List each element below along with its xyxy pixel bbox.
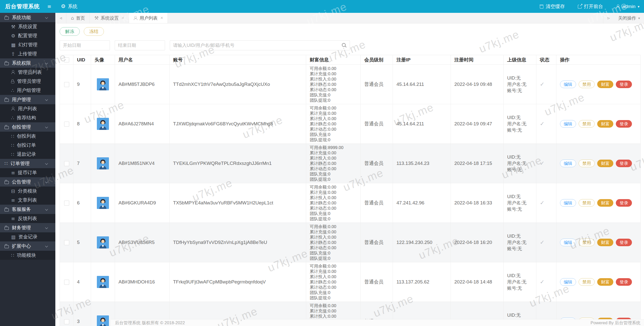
row-checkbox[interactable] <box>64 82 69 87</box>
disable-button[interactable]: 禁用 <box>579 160 595 167</box>
sidebar-item-label: 系统设置 <box>18 23 37 30</box>
end-date-input[interactable] <box>115 40 165 50</box>
search-input[interactable] <box>170 40 350 50</box>
status-check-icon: ✓ <box>540 160 544 166</box>
login-button[interactable]: 登录 <box>616 239 632 246</box>
sidebar-item[interactable]: 用户列表 <box>0 104 55 113</box>
avatar <box>97 157 109 169</box>
sidebar-section[interactable]: 客服服务 <box>0 205 55 214</box>
gears-icon: ⚙ <box>11 33 15 38</box>
status-cell: ✓ <box>536 144 556 183</box>
tab-用户列表[interactable]: 用户列表× <box>129 13 168 23</box>
column-header: 财富信息 <box>306 55 361 65</box>
sidebar-item[interactable]: ∷功能模块 <box>0 251 55 260</box>
row-checkbox[interactable] <box>64 280 69 285</box>
uid-cell: 3 <box>73 302 91 326</box>
edit-button[interactable]: 编辑 <box>560 278 576 286</box>
edit-button[interactable]: 编辑 <box>560 160 576 167</box>
sidebar-section[interactable]: 扩展中心 <box>0 241 55 251</box>
freeze-button[interactable]: 冻结 <box>84 27 104 36</box>
tabs-scroll-left-button[interactable]: ◃ <box>55 13 66 23</box>
sidebar-item[interactable]: 管理员管理 <box>0 77 55 86</box>
row-checkbox[interactable] <box>64 240 69 245</box>
member-level-cell: 普通会员 <box>361 144 393 183</box>
sidebar-item[interactable]: ∷退款记录 <box>0 150 55 159</box>
breadcrumb[interactable]: ⚙ 系统 <box>61 3 77 10</box>
login-button[interactable]: 登录 <box>616 81 632 88</box>
sidebar-item[interactable]: ⊟分类模块 <box>0 187 55 196</box>
parent-info-line: UID:无 <box>507 75 536 81</box>
sidebar-item[interactable]: ⇪上传管理 <box>0 49 55 58</box>
close-operations-dropdown[interactable]: 关闭操作 ▾ <box>614 13 644 23</box>
user-menu[interactable]: admin ▾ <box>616 4 639 9</box>
row-checkbox[interactable] <box>64 319 69 324</box>
sidebar-item[interactable]: ∷创投列表 <box>0 132 55 141</box>
edit-button[interactable]: 编辑 <box>560 120 576 128</box>
disable-button[interactable]: 禁用 <box>579 81 595 88</box>
sidebar-item[interactable]: ≡反馈列表 <box>0 214 55 223</box>
register-ip-cell: 45.14.64.211 <box>393 104 451 144</box>
edit-button[interactable]: 编辑 <box>560 199 576 207</box>
sidebar-section[interactable]: 系统功能 <box>0 13 55 22</box>
sidebar-section[interactable]: 系统权限 <box>0 58 55 68</box>
wealth-line: 累计静态:0.00 <box>310 279 360 285</box>
chevron-down-icon <box>45 227 48 229</box>
sidebar-item-label: 反馈列表 <box>18 215 37 222</box>
tab-首页[interactable]: ⌂首页 <box>66 13 90 23</box>
sidebar-item[interactable]: ∴推荐结构 <box>0 113 55 122</box>
hamburger-menu-icon[interactable]: ≡ <box>47 4 51 9</box>
list-icon: ≡ <box>11 198 15 203</box>
sidebar-section[interactable]: ∷订单管理 <box>0 159 55 168</box>
wealth-button[interactable]: 财富 <box>597 278 613 286</box>
close-tab-icon[interactable]: × <box>122 15 124 21</box>
row-checkbox[interactable] <box>64 161 69 166</box>
select-all-checkbox[interactable] <box>64 57 69 62</box>
unfreeze-button[interactable]: 解冻 <box>60 27 80 36</box>
sidebar-item[interactable]: ≡文章列表 <box>0 196 55 205</box>
row-checkbox[interactable] <box>64 201 69 206</box>
start-date-input[interactable] <box>60 40 110 50</box>
tab-label: 首页 <box>76 15 85 21</box>
row-select-cell <box>60 65 73 104</box>
disable-button[interactable]: 禁用 <box>579 278 595 286</box>
wealth-line: 累计动态:0.00 <box>310 245 360 250</box>
disable-button[interactable]: 禁用 <box>579 199 595 207</box>
sidebar-item[interactable]: ⚒系统设置 <box>0 22 55 31</box>
lock-icon <box>11 81 14 83</box>
sidebar-item[interactable]: ∷创投订单 <box>0 141 55 150</box>
disable-button[interactable]: 禁用 <box>579 120 595 128</box>
close-tab-icon[interactable]: × <box>160 15 163 21</box>
sidebar-item[interactable]: ▥资金记录 <box>0 232 55 241</box>
wealth-line: 累计投入:0.00 <box>310 235 360 240</box>
disable-button[interactable]: 禁用 <box>579 239 595 246</box>
column-header: 用户名 <box>115 55 170 65</box>
row-checkbox[interactable] <box>64 122 69 127</box>
open-frontend-button[interactable]: 打开前台 <box>578 3 603 10</box>
wealth-button[interactable]: 财富 <box>597 81 613 88</box>
sidebar-item[interactable]: ▦幻灯管理 <box>0 40 55 49</box>
login-button[interactable]: 登录 <box>616 120 632 128</box>
sidebar-section[interactable]: 用户管理 <box>0 95 55 104</box>
sidebar-item[interactable]: 管理员列表 <box>0 68 55 77</box>
tabs-scroll-right-button[interactable]: ▹ <box>603 13 614 23</box>
sidebar-item[interactable]: ∴用户组管理 <box>0 86 55 95</box>
search-button[interactable] <box>339 41 349 50</box>
sidebar-section[interactable]: 公告管理 <box>0 177 55 187</box>
wealth-button[interactable]: 财富 <box>597 160 613 167</box>
status-check-icon: ✓ <box>540 239 544 245</box>
sidebar-section[interactable]: 创投管理 <box>0 122 55 132</box>
sidebar-section-label: 公告管理 <box>12 179 31 185</box>
sidebar-item[interactable]: ⚙配置管理 <box>0 31 55 40</box>
wealth-button[interactable]: 财富 <box>597 239 613 246</box>
edit-button[interactable]: 编辑 <box>560 81 576 88</box>
sidebar-item[interactable]: ≡提币订单 <box>0 168 55 177</box>
edit-button[interactable]: 编辑 <box>560 239 576 246</box>
sidebar-section[interactable]: 财务管理 <box>0 223 55 232</box>
login-button[interactable]: 登录 <box>616 160 632 167</box>
wealth-button[interactable]: 财富 <box>597 120 613 128</box>
tab-系统设置[interactable]: ⚒系统设置× <box>90 13 129 23</box>
login-button[interactable]: 登录 <box>616 199 632 207</box>
clear-cache-button[interactable]: 清空缓存 <box>540 3 565 10</box>
login-button[interactable]: 登录 <box>616 278 632 286</box>
wealth-button[interactable]: 财富 <box>597 199 613 207</box>
